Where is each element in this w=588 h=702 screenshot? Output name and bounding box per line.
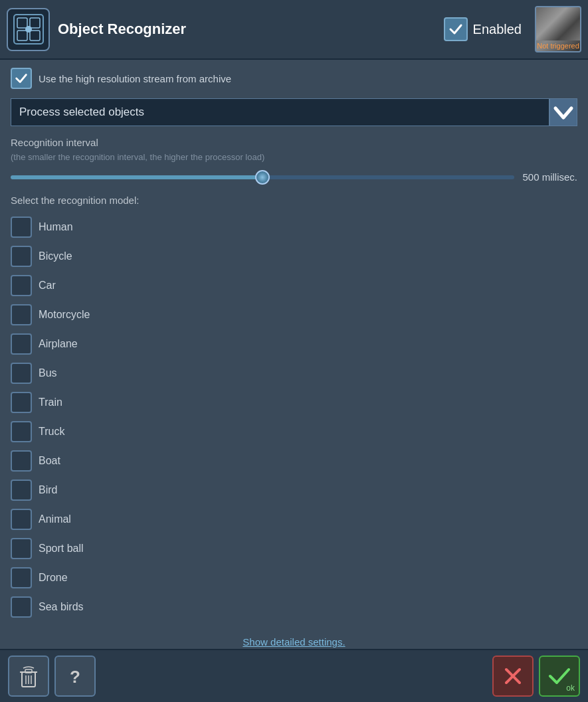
ok-button[interactable]: ok [539,656,580,697]
slider-row: 500 millisec. [11,171,577,183]
checkbox-item-airplane: Airplane [11,331,577,357]
checkbox-sport-ball[interactable] [11,538,32,559]
label-car: Car [39,280,56,292]
svg-rect-1 [17,18,27,28]
checkbox-item-motorcycle: Motorcycle [11,302,577,328]
process-dropdown-label: Process selected objects [19,106,144,119]
svg-rect-3 [17,31,27,41]
help-button[interactable]: ? [54,656,96,697]
enabled-label: Enabled [473,22,522,37]
footer-left: ? [8,656,96,697]
svg-rect-8 [25,669,32,673]
checkbox-item-train: Train [11,389,577,416]
footer: ? ok [0,649,588,702]
checkbox-item-animal: Animal [11,506,577,533]
show-detailed-link[interactable]: Show detailed settings. [243,636,345,648]
checkbox-list: HumanBicycleCarMotorcycleAirplaneBusTrai… [11,214,577,620]
checkbox-truck[interactable] [11,421,32,442]
checkbox-drone[interactable] [11,567,32,588]
label-airplane: Airplane [39,338,78,350]
process-dropdown-box[interactable]: Process selected objects [11,98,549,126]
checkbox-car[interactable] [11,275,32,296]
label-bicycle: Bicycle [39,250,72,262]
label-train: Train [39,396,62,408]
checkbox-boat[interactable] [11,450,32,472]
checkbox-item-bird: Bird [11,477,577,503]
main-content: Use the high resolution stream from arch… [0,60,588,649]
checkbox-item-truck: Truck [11,418,577,445]
checkbox-animal[interactable] [11,509,32,530]
checkbox-motorcycle[interactable] [11,304,32,325]
label-truck: Truck [39,426,64,438]
show-detailed-section: Show detailed settings. [11,636,577,648]
slider-track[interactable] [11,175,514,179]
app-header: Object Recognizer Enabled Not triggered [0,0,588,60]
hires-row: Use the high resolution stream from arch… [11,68,577,89]
svg-rect-4 [30,31,40,41]
not-triggered-label: Not triggered [537,41,579,51]
slider-value: 500 millisec. [522,171,577,183]
ok-label: ok [566,683,575,693]
hires-label: Use the high resolution stream from arch… [39,73,231,84]
label-sport-ball: Sport ball [39,543,84,555]
label-motorcycle: Motorcycle [39,309,90,321]
svg-point-5 [25,26,32,33]
slider-thumb[interactable] [255,170,270,185]
checkbox-sea-birds[interactable] [11,596,32,618]
cancel-button[interactable] [492,656,534,697]
checkbox-train[interactable] [11,392,32,413]
checkbox-item-bus: Bus [11,360,577,387]
checkbox-bus[interactable] [11,363,32,384]
label-drone: Drone [39,572,68,584]
preview-image [536,7,580,41]
checkbox-bird[interactable] [11,480,32,501]
dropdown-arrow-button[interactable] [549,98,577,126]
app-title: Object Recognizer [58,21,444,38]
footer-right: ok [492,656,580,697]
camera-preview: Not triggered [535,6,581,52]
checkbox-item-sport-ball: Sport ball [11,535,577,562]
recognition-interval-sublabel: (the smaller the recognition interval, t… [11,152,577,162]
checkbox-item-drone: Drone [11,565,577,591]
label-bus: Bus [39,367,57,379]
dropdown-row: Process selected objects [11,98,577,126]
app-logo [7,8,50,51]
svg-rect-2 [30,18,40,28]
label-sea-birds: Sea birds [39,601,84,613]
enabled-section: Enabled [444,17,522,41]
checkbox-bicycle[interactable] [11,246,32,267]
enabled-checkbox[interactable] [444,17,468,41]
checkbox-item-car: Car [11,272,577,299]
label-animal: Animal [39,513,71,525]
checkbox-item-boat: Boat [11,448,577,474]
recognition-interval-label: Recognition interval [11,137,577,148]
checkbox-item-bicycle: Bicycle [11,243,577,270]
checkbox-item-sea-birds: Sea birds [11,594,577,620]
checkbox-airplane[interactable] [11,333,32,355]
checkbox-item-human: Human [11,214,577,240]
model-selection-label: Select the recognition model: [11,195,577,206]
label-human: Human [39,221,73,233]
label-boat: Boat [39,455,60,467]
checkbox-human[interactable] [11,217,32,238]
delete-button[interactable] [8,656,49,697]
hires-checkbox[interactable] [11,68,32,89]
svg-text:?: ? [70,667,80,687]
label-bird: Bird [39,484,57,496]
